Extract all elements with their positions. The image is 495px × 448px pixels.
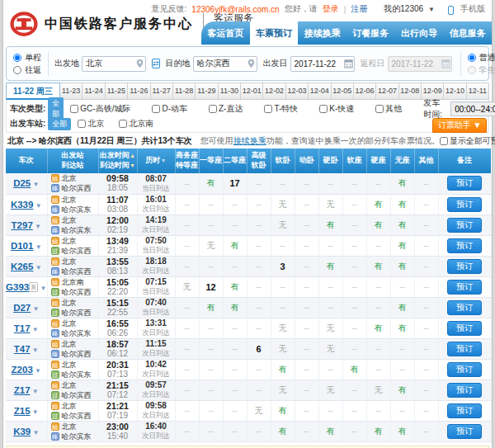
booking-helper-button[interactable]: 订票助手 ▼	[432, 118, 487, 133]
date-tab-7[interactable]: 11-30	[219, 83, 241, 100]
location-pin-icon[interactable]	[135, 59, 144, 68]
train-number-link[interactable]: T47	[14, 344, 31, 354]
train-type-checkbox-0[interactable]	[70, 105, 78, 113]
chevron-down-icon[interactable]: ▼	[33, 202, 41, 210]
column-header-1[interactable]: 出发站到达站	[47, 149, 98, 173]
date-tab-13[interactable]: 12-06	[354, 83, 376, 100]
train-type-checkbox-1[interactable]	[152, 105, 160, 113]
chevron-down-icon[interactable]: ▼	[31, 388, 39, 395]
train-number-link[interactable]: K39	[13, 427, 31, 436]
chevron-down-icon[interactable]: ▼	[33, 223, 41, 230]
calendar-icon[interactable]	[344, 59, 353, 68]
train-type-option-5[interactable]: 其他	[375, 103, 402, 115]
station-option-0[interactable]: 北京	[78, 118, 104, 130]
register-link[interactable]: 注册	[351, 3, 367, 15]
train-type-checkbox-4[interactable]	[319, 105, 328, 113]
chevron-down-icon[interactable]: ▼	[33, 243, 41, 251]
train-number-link[interactable]: G393	[6, 282, 29, 292]
station-all-tag[interactable]: 全部	[48, 118, 71, 130]
date-tab-11[interactable]: 12-04	[309, 83, 331, 100]
column-header-2[interactable]: 出发时间▲到达时间▼	[98, 149, 137, 173]
nav-tab-5[interactable]: 信息服务	[443, 21, 492, 45]
train-number-link[interactable]: K339	[11, 200, 34, 210]
chevron-down-icon[interactable]: ▼	[33, 367, 41, 375]
train-number-link[interactable]: D27	[13, 303, 31, 313]
book-button[interactable]: 预订	[447, 383, 482, 398]
chevron-down-icon[interactable]: ▼	[33, 264, 41, 271]
sort-arrow-icon[interactable]: ▲	[130, 153, 135, 158]
train-number-link[interactable]: T17	[14, 323, 31, 333]
station-option-1[interactable]: 北京南	[119, 118, 153, 130]
swap-stations-icon[interactable]: ⇄	[152, 59, 160, 68]
train-type-option-0[interactable]: GC-高铁/城际	[70, 103, 130, 115]
date-tab-5[interactable]: 11-28	[173, 83, 196, 100]
date-tab-0[interactable]: 11-23	[60, 83, 82, 100]
column-header-4[interactable]: 商务座特等座	[175, 149, 199, 173]
chevron-down-icon[interactable]: ▼	[428, 6, 435, 13]
mobile-version-link[interactable]: 手机版	[460, 3, 485, 15]
date-tab-15[interactable]: 12-08	[399, 83, 422, 100]
train-number-link[interactable]: Z15	[14, 406, 31, 416]
date-tab-14[interactable]: 12-07	[376, 83, 398, 100]
chevron-down-icon[interactable]: ▼	[31, 429, 39, 436]
column-header-10[interactable]: 硬卧	[318, 149, 342, 173]
column-header-11[interactable]: 软座	[342, 149, 366, 173]
chevron-down-icon[interactable]: ▼	[31, 326, 39, 333]
column-header-5[interactable]: 一等座	[199, 149, 223, 173]
date-tab-6[interactable]: 11-29	[196, 83, 218, 100]
my-12306-menu[interactable]: 我的12306	[384, 3, 423, 15]
train-type-checkbox-3[interactable]	[264, 105, 272, 113]
nav-tab-2[interactable]: 接续换乘	[298, 21, 346, 45]
train-number-link[interactable]: T297	[12, 220, 33, 230]
passenger-type-option-1[interactable]: 学生	[468, 64, 495, 76]
train-number-link[interactable]: Z17	[14, 385, 31, 395]
nav-tab-4[interactable]: 出行向导	[395, 21, 444, 45]
date-tab-8[interactable]: 12-01	[241, 83, 263, 100]
book-button[interactable]: 预订	[447, 300, 482, 315]
passenger-type-radio-1[interactable]	[468, 66, 476, 74]
login-link[interactable]: 登录	[323, 3, 339, 15]
train-number-link[interactable]: K265	[11, 262, 34, 271]
column-header-0[interactable]: 车次	[6, 149, 47, 173]
train-number-link[interactable]: D101	[11, 241, 34, 251]
book-button[interactable]: 预订	[447, 197, 482, 212]
chevron-down-icon[interactable]: ▼	[31, 347, 39, 354]
location-pin-icon[interactable]	[247, 59, 256, 68]
nav-tab-1[interactable]: 车票预订	[250, 21, 299, 45]
train-number-link[interactable]: D25	[13, 178, 31, 188]
station-checkbox-0[interactable]	[78, 120, 86, 128]
date-tab-3[interactable]: 11-26	[128, 83, 150, 100]
column-header-9[interactable]: 动卧	[295, 149, 318, 173]
train-number-link[interactable]: Z203	[12, 365, 33, 375]
date-tab-10[interactable]: 12-03	[286, 83, 309, 100]
depart-time-select[interactable]: 00:00--24:00	[450, 101, 495, 116]
transfer-link[interactable]: 接续换乘	[233, 136, 266, 145]
train-type-checkbox-2[interactable]	[209, 105, 217, 113]
book-button[interactable]: 预订	[447, 362, 482, 377]
book-button[interactable]: 预订	[447, 218, 482, 233]
train-type-all-tag[interactable]: 全部	[48, 97, 64, 120]
chevron-down-icon[interactable]: ▼	[31, 305, 39, 313]
nav-tab-0[interactable]: 客运首页	[201, 21, 250, 45]
book-button[interactable]: 预订	[447, 403, 482, 418]
column-header-13[interactable]: 无座	[390, 149, 414, 173]
sort-arrow-icon[interactable]: ▼	[130, 163, 135, 168]
column-header-14[interactable]: 其他	[414, 149, 438, 173]
trip-type-option-0[interactable]: 单程	[13, 52, 41, 64]
book-button[interactable]: 预订	[447, 424, 482, 439]
trip-type-radio-0[interactable]	[13, 54, 21, 62]
book-button[interactable]: 预订	[447, 342, 482, 356]
column-header-15[interactable]: 备注	[438, 149, 491, 173]
passenger-type-radio-0[interactable]	[468, 54, 476, 62]
book-button[interactable]: 预订	[447, 238, 482, 253]
train-type-option-2[interactable]: Z-直达	[209, 103, 243, 115]
date-tab-1[interactable]: 11-24	[82, 83, 105, 100]
show-all-checkbox[interactable]	[440, 137, 448, 145]
date-tab-2[interactable]: 11-25	[106, 83, 128, 100]
column-header-12[interactable]: 硬座	[366, 149, 390, 173]
chevron-down-icon[interactable]: ▼	[38, 285, 46, 292]
book-button[interactable]: 预订	[447, 259, 482, 274]
date-tab-4[interactable]: 11-27	[151, 83, 173, 100]
column-header-6[interactable]: 二等座	[223, 149, 247, 173]
show-all-option[interactable]: 显示全部可预订车次	[440, 135, 495, 147]
